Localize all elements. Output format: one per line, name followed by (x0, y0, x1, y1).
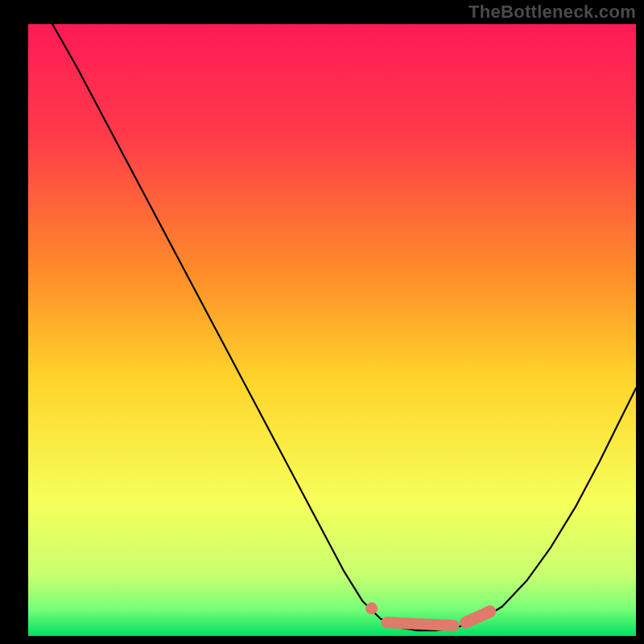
bottleneck-chart (0, 0, 644, 644)
plot-background (28, 24, 636, 636)
watermark-text: TheBottleneck.com (469, 2, 636, 23)
marker-flat-segment (386, 622, 453, 625)
chart-canvas: TheBottleneck.com (0, 0, 644, 644)
marker-left-dot (365, 602, 378, 614)
